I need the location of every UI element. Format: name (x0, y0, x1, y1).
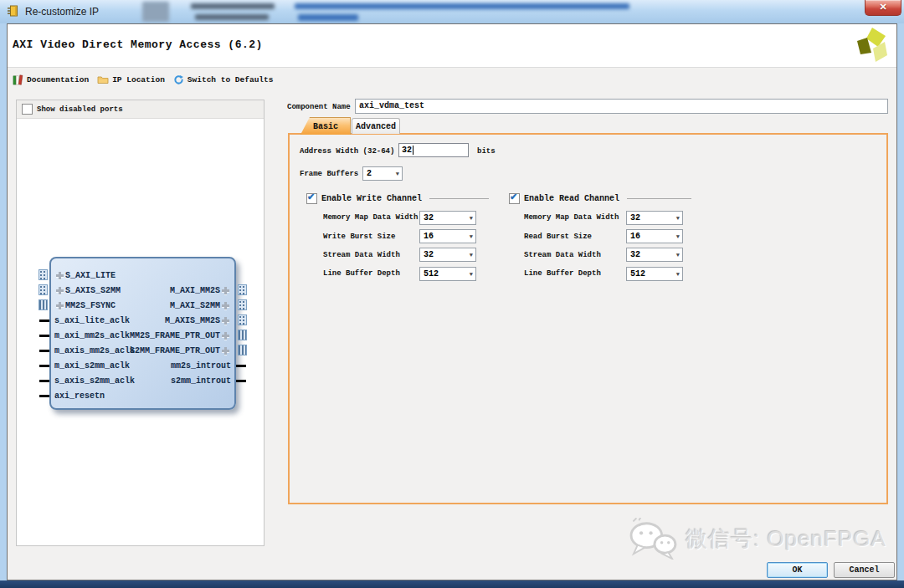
component-name-input[interactable]: axi_vdma_test (355, 99, 888, 114)
port-label: MM2S_FSYNC (65, 301, 116, 310)
interface-pin-icon (39, 284, 48, 295)
port-row: S2MM_FRAME_PTR_OUT (130, 343, 231, 358)
port-row: axi_resetn (54, 389, 135, 404)
frame-buffers-dropdown[interactable]: 2 ▼ (362, 166, 403, 181)
port-label: MM2S_FRAME_PTR_OUT (130, 331, 220, 340)
field-row: Memory Map Data Width 32▼ (524, 208, 683, 227)
read-channel-fields: Memory Map Data Width 32▼ Read Burst Siz… (524, 208, 683, 284)
text-caret (413, 146, 413, 155)
port-row: M_AXIS_MM2S (130, 313, 231, 328)
enable-write-channel-checkbox[interactable]: ✔ (306, 193, 317, 204)
address-width-label: Address Width (32-64) (300, 147, 394, 156)
xilinx-logo-icon (855, 27, 888, 65)
expand-plus-icon[interactable] (222, 302, 229, 309)
basic-tab-panel: Address Width (32-64) 32 bits Frame Buff… (288, 133, 888, 504)
documentation-button[interactable]: Documentation (13, 74, 89, 85)
ip-location-label: IP Location (112, 75, 165, 84)
dropdown-arrow-icon: ▼ (676, 271, 680, 279)
interface-pin-icon (238, 330, 247, 340)
port-row: M_AXI_MM2S (130, 283, 231, 298)
read-burst-size-dropdown[interactable]: 16▼ (626, 229, 683, 243)
interface-pin-icon (39, 299, 48, 310)
port-row: m_axis_mm2s_aclk (54, 343, 135, 358)
frame-buffers-label: Frame Buffers (300, 170, 358, 178)
expand-plus-icon[interactable] (222, 287, 229, 294)
show-disabled-ports-checkbox[interactable] (22, 104, 33, 115)
toolbar: Documentation IP Location Switch to Defa… (8, 68, 896, 91)
interface-pin-icon (238, 299, 247, 310)
enable-read-channel-label: Enable Read Channel (524, 194, 619, 203)
tab-basic[interactable]: Basic (300, 117, 351, 135)
expand-plus-icon[interactable] (56, 287, 64, 294)
interface-pin-icon (238, 284, 247, 295)
interface-pin-icon (238, 345, 247, 355)
switch-to-defaults-button[interactable]: Switch to Defaults (173, 74, 274, 85)
expand-plus-icon[interactable] (222, 317, 229, 325)
ip-block-diagram: S_AXI_LITE S_AXIS_S2MM MM2S_FSYNC s_axi_… (49, 257, 236, 410)
port-row: s_axi_lite_aclk (54, 313, 135, 328)
close-icon[interactable]: ✕ (865, 0, 901, 16)
window-bottom-border (0, 580, 904, 588)
enable-read-channel-checkbox[interactable]: ✔ (509, 193, 520, 204)
port-row: MM2S_FSYNC (54, 298, 135, 313)
tab-advanced[interactable]: Advanced (352, 118, 400, 134)
port-label: m_axis_mm2s_aclk (54, 346, 135, 355)
port-row: s2mm_introut (130, 374, 231, 389)
show-disabled-ports-label: Show disabled ports (37, 105, 123, 114)
pin-stub-icon (236, 365, 246, 367)
read-mm-data-width-dropdown[interactable]: 32▼ (626, 211, 683, 225)
dropdown-arrow-icon: ▼ (396, 171, 399, 178)
field-row: Stream Data Width 32▼ (323, 246, 476, 264)
field-label: Line Buffer Depth (524, 269, 626, 278)
checkmark-icon: ✔ (307, 192, 315, 202)
read-line-buffer-depth-dropdown[interactable]: 512▼ (626, 267, 683, 281)
dropdown-arrow-icon: ▼ (470, 215, 473, 222)
port-label: S2MM_FRAME_PTR_OUT (130, 346, 220, 355)
pin-stub-icon (39, 350, 49, 352)
block-right-ports: M_AXI_MM2S M_AXI_S2MM M_AXIS_MM2S MM2S_F… (130, 283, 231, 389)
background-window-artifact (195, 14, 269, 20)
watermark: 微信号: OpenFPGA (627, 518, 886, 560)
expand-plus-icon[interactable] (56, 302, 64, 309)
field-label: Stream Data Width (524, 251, 626, 259)
port-row: M_AXI_S2MM (130, 298, 231, 313)
field-label: Write Burst Size (323, 233, 419, 241)
pin-stub-icon (236, 380, 246, 382)
cancel-button[interactable]: Cancel (834, 562, 895, 578)
address-width-input[interactable]: 32 (398, 143, 469, 157)
port-row: m_axi_s2mm_aclk (54, 359, 135, 374)
write-line-buffer-depth-dropdown[interactable]: 512▼ (419, 267, 476, 281)
field-label: Read Burst Size (524, 233, 626, 241)
window-title: Re-customize IP (25, 6, 99, 18)
write-mm-data-width-dropdown[interactable]: 32▼ (419, 211, 476, 225)
write-channel-fields: Memory Map Data Width 32▼ Write Burst Si… (323, 208, 476, 284)
window-titlebar[interactable]: Re-customize IP ✕ (0, 0, 904, 23)
background-window-artifact (298, 14, 358, 21)
expand-plus-icon[interactable] (56, 272, 64, 279)
watermark-text: 微信号: OpenFPGA (686, 524, 886, 554)
port-label: M_AXI_MM2S (170, 286, 220, 295)
page-title: AXI Video Direct Memory Access (6.2) (13, 38, 263, 51)
expand-plus-icon[interactable] (222, 332, 229, 340)
documentation-label: Documentation (27, 75, 89, 84)
enable-write-channel-label: Enable Write Channel (321, 194, 422, 203)
port-row: S_AXI_LITE (54, 268, 135, 283)
read-stream-data-width-dropdown[interactable]: 32▼ (626, 248, 683, 262)
port-row: S_AXIS_S2MM (54, 283, 135, 298)
switch-to-defaults-label: Switch to Defaults (187, 75, 274, 84)
field-row: Memory Map Data Width 32▼ (323, 208, 476, 227)
port-label: s_axis_s2mm_aclk (54, 376, 135, 386)
ok-button[interactable]: OK (767, 562, 828, 578)
port-row: s_axis_s2mm_aclk (54, 374, 135, 389)
dropdown-arrow-icon: ▼ (676, 233, 680, 241)
address-width-unit: bits (477, 147, 496, 156)
folder-icon (97, 74, 109, 84)
background-window-artifact (295, 3, 629, 9)
write-stream-data-width-dropdown[interactable]: 32▼ (419, 248, 476, 262)
ip-chip-icon (7, 4, 20, 18)
pin-stub-icon (39, 365, 49, 367)
write-burst-size-dropdown[interactable]: 16▼ (419, 229, 476, 243)
ip-location-button[interactable]: IP Location (97, 74, 165, 84)
expand-plus-icon[interactable] (222, 347, 229, 355)
dropdown-arrow-icon: ▼ (470, 271, 473, 279)
